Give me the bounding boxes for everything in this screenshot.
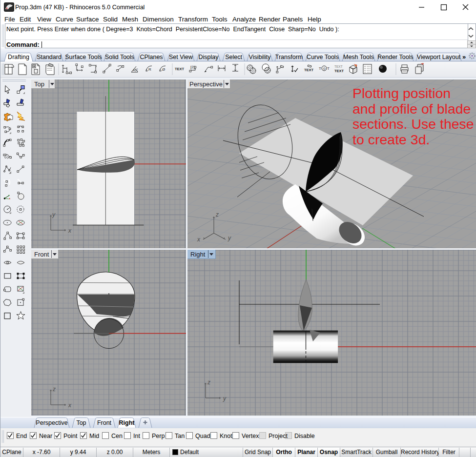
svg-text:Top: Top (76, 419, 86, 426)
svg-text:Surface Tools: Surface Tools (65, 54, 102, 60)
svg-text:Viewport Layout: Viewport Layout (417, 54, 461, 60)
svg-text:TEXT: TEXT (334, 69, 344, 73)
svg-text:x: x (68, 402, 72, 409)
svg-text:z: z (52, 386, 56, 393)
svg-text:Visibility: Visibility (249, 54, 271, 60)
svg-text:TEXT: TEXT (304, 68, 314, 72)
svg-text:Transform: Transform (275, 54, 303, 60)
svg-text:Display: Display (199, 54, 219, 60)
svg-text:z: z (207, 379, 210, 386)
svg-text:»: » (462, 53, 466, 60)
svg-text:y: y (223, 395, 227, 402)
svg-text:Standard: Standard (37, 54, 62, 60)
svg-text:z: z (215, 211, 219, 218)
svg-text:CPlanes: CPlanes (140, 54, 163, 60)
svg-text:Select: Select (225, 54, 242, 60)
svg-text:Render Tools: Render Tools (377, 54, 413, 60)
svg-text:⊙: ⊙ (323, 67, 326, 70)
svg-text:x: x (68, 227, 72, 234)
svg-text:Drafting: Drafting (8, 54, 29, 60)
svg-text:TEXT: TEXT (175, 67, 185, 71)
svg-text:Curve Tools: Curve Tools (307, 54, 339, 60)
svg-text:T: T (319, 66, 321, 71)
svg-text:y: y (52, 211, 56, 218)
svg-text:Mesh Tools: Mesh Tools (343, 54, 374, 60)
svg-text:R: R (148, 67, 151, 72)
svg-text:45°: 45° (133, 68, 138, 72)
svg-text:Perspective: Perspective (36, 419, 67, 426)
svg-text:Solid Tools: Solid Tools (105, 54, 134, 60)
svg-text:T: T (327, 66, 330, 71)
svg-text:Set View: Set View (169, 54, 193, 60)
svg-text:Ø: Ø (162, 67, 165, 72)
svg-text:x: x (197, 236, 201, 243)
svg-text:y: y (228, 235, 231, 241)
svg-text:Right: Right (119, 419, 135, 426)
svg-text:TEXT: TEXT (334, 65, 343, 68)
svg-text:Front: Front (97, 419, 112, 426)
